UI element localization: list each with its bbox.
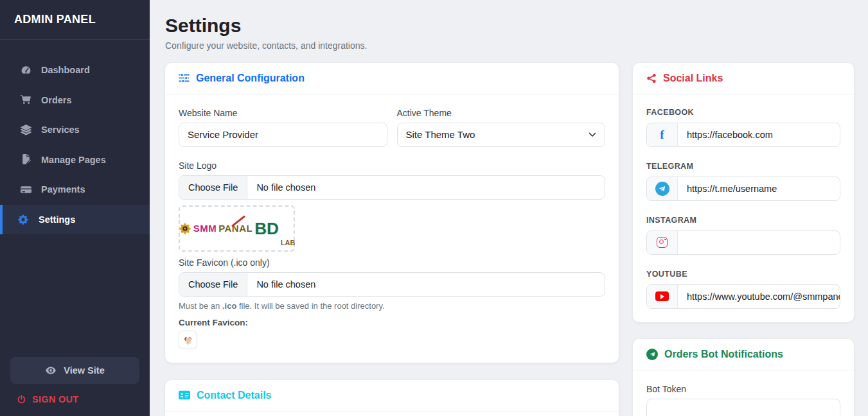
sidebar-footer: View Site SIGN OUT: [0, 357, 150, 416]
telegram-url-input[interactable]: [678, 177, 840, 200]
page-subtitle: Configure your website, contacts, and in…: [165, 40, 855, 51]
current-favicon-label: Current Favicon:: [179, 318, 605, 327]
view-site-label: View Site: [64, 365, 104, 376]
contact-details-card: Contact Details: [165, 380, 619, 416]
general-configuration-card: General Configuration Website Name Activ…: [165, 63, 619, 363]
layers-icon: [20, 124, 31, 135]
speedometer-icon: [20, 64, 31, 76]
active-theme-select[interactable]: Site Theme Two: [397, 123, 606, 147]
page-title: Settings: [165, 15, 855, 37]
site-favicon-choose-file-button[interactable]: Choose File: [179, 273, 247, 296]
card-title: Orders Bot Notifications: [664, 349, 783, 360]
facebook-url-input[interactable]: [678, 123, 840, 146]
favicon-inner-detail: [186, 338, 191, 344]
sidebar: ADMIN PANEL Dashboard Orders Services Ma…: [0, 0, 150, 416]
file-edit-icon: [20, 154, 31, 166]
view-site-button[interactable]: View Site: [10, 357, 139, 384]
share-icon: [646, 73, 657, 83]
telegram-url-group: [646, 177, 840, 201]
website-name-input[interactable]: [179, 123, 387, 147]
instagram-label: INSTAGRAM: [646, 216, 840, 225]
bot-token-input[interactable]: [646, 399, 840, 416]
active-theme-selected-value: Site Theme Two: [406, 129, 475, 140]
sidebar-item-label: Dashboard: [41, 65, 90, 75]
card-title: General Configuration: [196, 73, 305, 84]
app-title: ADMIN PANEL: [0, 0, 150, 40]
power-icon: [17, 395, 26, 404]
sidebar-item-label: Payments: [41, 184, 85, 195]
telegram-icon: [647, 177, 678, 200]
credit-card-icon: [20, 184, 31, 195]
instagram-url-input[interactable]: [678, 231, 840, 254]
facebook-icon: f: [647, 123, 678, 146]
social-links-header: Social Links: [633, 63, 854, 94]
site-logo-label: Site Logo: [179, 160, 605, 171]
bot-token-label: Bot Token: [646, 384, 840, 394]
sidebar-item-label: Services: [41, 125, 80, 135]
youtube-icon: [647, 285, 678, 308]
instagram-url-group: [646, 230, 840, 255]
telegram-label: TELEGRAM: [646, 162, 840, 171]
site-logo-preview-image: SMM PANAL BD LAB: [179, 205, 295, 252]
website-name-label: Website Name: [179, 108, 387, 118]
general-configuration-header: General Configuration: [165, 63, 619, 94]
social-links-card: Social Links FACEBOOK f TELEGRAM: [633, 63, 854, 322]
sidebar-item-label: Settings: [39, 214, 75, 225]
contact-details-header: Contact Details: [165, 380, 619, 412]
chevron-down-icon: [589, 132, 596, 137]
sidebar-item-services[interactable]: Services: [0, 115, 150, 145]
gear-icon: [17, 214, 29, 225]
logo-gear-icon: [179, 222, 191, 235]
sliders-icon: [179, 73, 190, 83]
site-logo-file-input[interactable]: Choose File No file chosen: [179, 175, 605, 200]
youtube-label: YOUTUBE: [646, 270, 840, 279]
facebook-label: FACEBOOK: [646, 108, 840, 117]
favicon-help-text: Must be an .ico file. It will be saved i…: [179, 301, 605, 311]
logo-text-smm: SMM: [193, 223, 217, 234]
sidebar-item-settings[interactable]: Settings: [0, 205, 150, 235]
orders-bot-notifications-card: Orders Bot Notifications Bot Token: [633, 339, 854, 416]
current-favicon-image: ♥: [179, 331, 197, 349]
sidebar-item-label: Manage Pages: [41, 155, 106, 165]
site-logo-file-status: No file chosen: [247, 176, 315, 199]
logo-text-bd: BD: [254, 220, 279, 237]
eye-icon: [45, 365, 57, 376]
instagram-icon: [647, 231, 678, 254]
orders-bot-notifications-header: Orders Bot Notifications: [633, 339, 854, 370]
sidebar-nav: Dashboard Orders Services Manage Pages P…: [0, 55, 150, 357]
main-content: Settings Configure your website, contact…: [150, 0, 868, 416]
site-favicon-file-status: No file chosen: [247, 273, 315, 296]
card-title: Social Links: [663, 73, 723, 84]
site-logo-choose-file-button[interactable]: Choose File: [179, 176, 247, 199]
sign-out-label: SIGN OUT: [32, 394, 79, 404]
facebook-url-group: f: [646, 123, 840, 147]
sidebar-item-label: Orders: [41, 95, 72, 105]
site-favicon-label: Site Favicon (.ico only): [179, 257, 605, 268]
card-title: Contact Details: [197, 390, 271, 401]
youtube-url-input[interactable]: [678, 285, 840, 308]
sidebar-item-payments[interactable]: Payments: [0, 175, 150, 205]
cart-icon: [20, 94, 31, 106]
sidebar-item-dashboard[interactable]: Dashboard: [0, 55, 150, 85]
sign-out-link[interactable]: SIGN OUT: [17, 394, 139, 404]
logo-text-lab: LAB: [281, 239, 296, 247]
telegram-bot-icon: [646, 349, 658, 360]
sidebar-item-manage-pages[interactable]: Manage Pages: [0, 145, 150, 175]
youtube-url-group: [646, 284, 840, 309]
active-theme-label: Active Theme: [397, 108, 606, 118]
sidebar-item-orders[interactable]: Orders: [0, 85, 150, 116]
site-favicon-file-input[interactable]: Choose File No file chosen: [179, 272, 605, 297]
id-card-icon: [179, 390, 190, 400]
